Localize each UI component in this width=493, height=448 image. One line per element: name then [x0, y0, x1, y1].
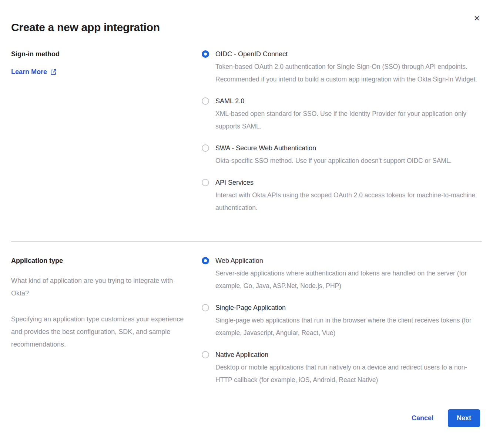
sign-in-method-options: OIDC - OpenID Connect Token-based OAuth …	[202, 50, 482, 225]
application-type-heading: Application type	[11, 257, 202, 265]
radio-option-label: Native Application	[215, 351, 482, 359]
radio-option-description: Single-page web applications that run in…	[215, 314, 482, 339]
section-divider	[11, 241, 482, 242]
radio-option-single-page-application[interactable]: Single-Page Application Single-page web …	[202, 304, 482, 339]
radio-option-label: SWA - Secure Web Authentication	[215, 144, 452, 152]
application-type-question: What kind of application are you trying …	[11, 274, 190, 300]
close-icon[interactable]: ×	[473, 13, 480, 24]
dialog-footer: Cancel Next	[11, 409, 482, 427]
radio-option-api-services[interactable]: API Services Interact with Okta APIs usi…	[202, 178, 482, 214]
radio-option-native-application[interactable]: Native Application Desktop or mobile app…	[202, 351, 482, 386]
next-button[interactable]: Next	[448, 409, 480, 427]
radio-selected-icon[interactable]	[202, 50, 209, 58]
dialog-title: Create a new app integration	[11, 0, 482, 34]
radio-option-description: Okta-specific SSO method. Use if your ap…	[215, 154, 452, 167]
cancel-button[interactable]: Cancel	[412, 414, 433, 422]
radio-option-label: Web Application	[215, 257, 482, 265]
radio-option-label: SAML 2.0	[215, 97, 482, 105]
learn-more-link[interactable]: Learn More	[11, 68, 57, 76]
radio-option-description: Server-side applications where authentic…	[215, 267, 482, 292]
radio-option-description: Interact with Okta APIs using the scoped…	[215, 189, 482, 214]
radio-option-label: Single-Page Application	[215, 304, 482, 312]
radio-option-label: OIDC - OpenID Connect	[215, 50, 482, 58]
radio-option-oidc[interactable]: OIDC - OpenID Connect Token-based OAuth …	[202, 50, 482, 86]
radio-option-description: Desktop or mobile applications that run …	[215, 361, 482, 386]
radio-unselected-icon[interactable]	[202, 351, 209, 358]
sign-in-method-heading: Sign-in method	[11, 50, 202, 58]
radio-option-web-application[interactable]: Web Application Server-side applications…	[202, 257, 482, 292]
radio-option-description: Token-based OAuth 2.0 authentication for…	[215, 60, 482, 86]
application-type-options: Web Application Server-side applications…	[202, 257, 482, 398]
sign-in-method-section: Sign-in method Learn More OIDC - OpenID …	[11, 50, 482, 225]
application-type-section: Application type What kind of applicatio…	[11, 257, 482, 398]
radio-unselected-icon[interactable]	[202, 304, 209, 311]
radio-unselected-icon[interactable]	[202, 97, 209, 105]
radio-option-swa[interactable]: SWA - Secure Web Authentication Okta-spe…	[202, 144, 482, 167]
radio-option-saml[interactable]: SAML 2.0 XML-based open standard for SSO…	[202, 97, 482, 133]
learn-more-label: Learn More	[11, 68, 47, 76]
radio-selected-icon[interactable]	[202, 257, 209, 264]
external-link-icon	[50, 69, 57, 75]
radio-option-label: API Services	[215, 178, 482, 187]
create-app-integration-dialog: × Create a new app integration Sign-in m…	[0, 0, 493, 448]
radio-option-description: XML-based open standard for SSO. Use if …	[215, 107, 482, 133]
application-type-note: Specifying an application type customize…	[11, 313, 190, 351]
radio-unselected-icon[interactable]	[202, 144, 209, 152]
radio-unselected-icon[interactable]	[202, 179, 209, 186]
